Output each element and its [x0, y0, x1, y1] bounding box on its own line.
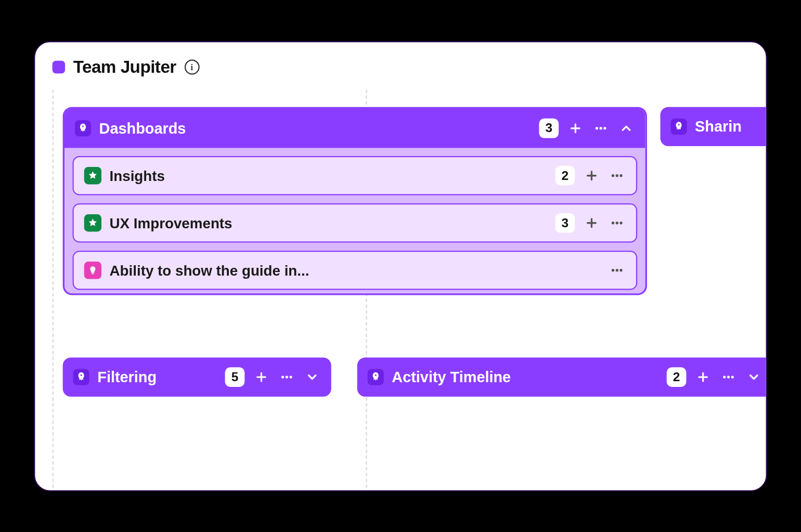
rocket-icon — [75, 120, 91, 136]
star-icon — [84, 167, 101, 184]
rocket-icon — [368, 369, 384, 385]
epic-title: Filtering — [97, 368, 217, 385]
page-header: Team Jupiter i — [35, 42, 766, 89]
expand-button[interactable] — [745, 368, 763, 385]
more-button[interactable] — [609, 262, 626, 279]
story-count-badge: 3 — [555, 213, 575, 232]
lane-divider — [53, 89, 54, 488]
rocket-icon — [73, 369, 89, 385]
more-button[interactable] — [278, 368, 295, 385]
epic-card-activity-timeline[interactable]: Activity Timeline 2 — [357, 357, 767, 396]
story-title: Insights — [110, 167, 547, 184]
epic-title: Dashboards — [99, 119, 531, 137]
epic-count-badge: 5 — [225, 367, 245, 387]
more-button[interactable] — [592, 120, 610, 137]
story-title: UX Improvements — [110, 214, 547, 231]
board-area: Dashboards 3 Insights 2 — [35, 89, 766, 488]
add-button[interactable] — [583, 167, 600, 184]
epic-body: Insights 2 UX Improvements 3 — [64, 148, 645, 293]
add-button[interactable] — [567, 120, 584, 137]
app-window: Team Jupiter i Dashboards 3 — [34, 41, 767, 491]
add-button[interactable] — [583, 214, 600, 231]
story-row[interactable]: Ability to show the guide in... — [73, 251, 638, 290]
story-count-badge: 2 — [555, 165, 575, 185]
rocket-icon — [670, 118, 687, 134]
more-button[interactable] — [720, 368, 737, 385]
add-button[interactable] — [253, 368, 270, 385]
team-color-chip — [53, 60, 65, 73]
epic-card-filtering[interactable]: Filtering 5 — [63, 357, 331, 396]
more-button[interactable] — [609, 214, 626, 231]
expand-button[interactable] — [304, 368, 321, 385]
lightbulb-icon — [84, 262, 101, 279]
star-icon — [84, 214, 101, 231]
epic-title: Sharin — [695, 118, 767, 135]
epic-card-sharing[interactable]: Sharin — [661, 107, 767, 146]
info-icon[interactable]: i — [184, 59, 199, 74]
epic-count-badge: 3 — [539, 118, 559, 138]
more-button[interactable] — [609, 167, 626, 184]
story-row[interactable]: Insights 2 — [73, 155, 638, 194]
story-title: Ability to show the guide in... — [110, 262, 601, 278]
epic-count-badge: 2 — [667, 367, 687, 387]
collapse-button[interactable] — [617, 120, 635, 137]
add-button[interactable] — [694, 368, 712, 385]
epic-card-dashboards[interactable]: Dashboards 3 Insights 2 — [63, 107, 647, 295]
epic-title: Activity Timeline — [392, 368, 658, 385]
team-title: Team Jupiter — [73, 57, 176, 77]
story-row[interactable]: UX Improvements 3 — [73, 203, 638, 242]
epic-header[interactable]: Dashboards 3 — [64, 108, 645, 147]
